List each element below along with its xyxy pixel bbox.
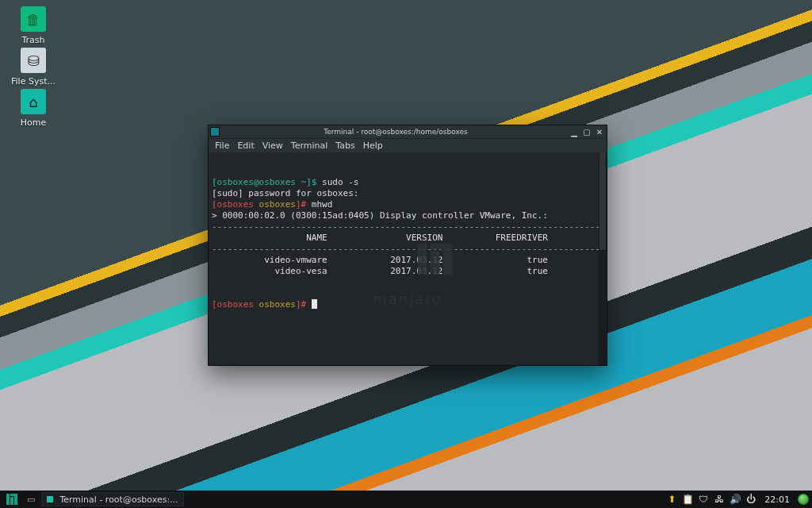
terminal-output[interactable]: manjaro [osboxes@osboxes ~]$ sudo -s [su… xyxy=(209,152,607,365)
system-tray: ⬆ 📋 🛡 🖧 🔊 ⏻ 22:01 xyxy=(666,494,809,505)
network-icon[interactable]: 🖧 xyxy=(714,494,725,505)
output-separator: ----------------------------------------… xyxy=(212,244,607,254)
cell: video-vesa xyxy=(274,266,327,276)
power-icon[interactable]: ⏻ xyxy=(745,494,756,505)
col-version: VERSION xyxy=(406,233,442,243)
cell: 2017.03.12 xyxy=(390,266,442,276)
launcher-button[interactable] xyxy=(3,492,21,506)
show-desktop-button[interactable]: ▭ xyxy=(24,492,38,506)
menu-terminal[interactable]: Terminal xyxy=(291,140,328,151)
prompt-path: ~] xyxy=(296,177,312,187)
menu-file[interactable]: File xyxy=(215,140,229,151)
clipboard-icon[interactable]: 📋 xyxy=(682,494,693,505)
prompt-delim: ]# xyxy=(296,299,312,310)
window-close-button[interactable]: ✕ xyxy=(594,126,605,137)
desktop: 🗑 Trash ⛁ File Syst... ⌂ Home Terminal -… xyxy=(0,0,812,508)
session-button[interactable] xyxy=(798,494,809,505)
col-freedriver: FREEDRIVER xyxy=(496,233,548,243)
cmd-text: sudo -s xyxy=(322,177,358,187)
shield-icon[interactable]: 🛡 xyxy=(698,494,709,505)
cell: video-vmware xyxy=(264,255,327,265)
prompt-user: [osboxes xyxy=(212,299,259,310)
svg-rect-4 xyxy=(6,494,10,505)
terminal-scrollbar[interactable] xyxy=(599,152,607,365)
table-row: video-vmware 2017.03.12 true PCI xyxy=(212,255,607,265)
terminal-cursor xyxy=(312,299,317,309)
window-titlebar[interactable]: Terminal - root@osboxes:/home/osboxes ▁ … xyxy=(209,125,607,138)
window-minimize-button[interactable]: ▁ xyxy=(569,126,580,137)
menu-tabs[interactable]: Tabs xyxy=(335,140,354,151)
taskbar: ▭ Terminal - root@osboxes:... ⬆ 📋 🛡 🖧 🔊 … xyxy=(0,491,812,508)
task-label: Terminal - root@osboxes:... xyxy=(59,495,178,505)
scrollbar-thumb[interactable] xyxy=(599,152,606,250)
svg-rect-5 xyxy=(10,497,13,505)
taskbar-clock[interactable]: 22:01 xyxy=(761,495,793,505)
terminal-window[interactable]: Terminal - root@osboxes:/home/osboxes ▁ … xyxy=(208,125,607,366)
prompt-delim: $ xyxy=(312,177,322,187)
menu-edit[interactable]: Edit xyxy=(237,140,254,151)
trash-icon: 🗑 xyxy=(21,6,46,32)
desktop-icon-trash[interactable]: 🗑 Trash xyxy=(6,6,60,45)
cell: 2017.03.12 xyxy=(390,255,442,265)
cell: true xyxy=(527,255,548,265)
prompt-delim: ]# xyxy=(296,199,312,210)
disk-icon: ⛁ xyxy=(21,48,46,73)
menu-view[interactable]: View xyxy=(262,140,283,151)
prompt-host: osboxes xyxy=(259,299,296,310)
prompt-user: [osboxes@osboxes xyxy=(212,177,296,187)
desktop-icon-label: Trash xyxy=(21,35,44,45)
show-desktop-icon: ▭ xyxy=(27,495,35,505)
manjaro-launcher-icon xyxy=(6,494,17,505)
desktop-icon-label: Home xyxy=(21,117,46,128)
output-line: > 0000:00:02.0 (0300:15ad:0405) Display … xyxy=(212,210,548,221)
window-icon xyxy=(210,127,220,137)
menu-help[interactable]: Help xyxy=(363,140,383,151)
desktop-icon-home[interactable]: ⌂ Home xyxy=(6,89,60,128)
prompt-user: [osboxes xyxy=(212,199,259,210)
table-header-row: NAME VERSION FREEDRIVER TYPE xyxy=(212,233,607,243)
sudo-prompt: [sudo] password for osboxes: xyxy=(212,188,358,198)
home-icon: ⌂ xyxy=(21,89,46,114)
cmd-text: mhwd xyxy=(312,199,333,210)
task-app-icon xyxy=(47,496,53,502)
window-title: Terminal - root@osboxes:/home/osboxes xyxy=(224,128,567,136)
update-icon[interactable]: ⬆ xyxy=(666,494,677,505)
prompt-host: osboxes xyxy=(259,199,296,210)
volume-icon[interactable]: 🔊 xyxy=(730,494,741,505)
cell: true xyxy=(527,266,548,276)
svg-rect-7 xyxy=(10,494,17,496)
table-row: video-vesa 2017.03.12 true PCI xyxy=(212,266,607,276)
window-maximize-button[interactable]: ▢ xyxy=(581,126,592,137)
taskbar-task-terminal[interactable]: Terminal - root@osboxes:... xyxy=(41,492,183,506)
watermark-text: manjaro xyxy=(363,294,453,305)
col-name: NAME xyxy=(306,233,327,243)
output-separator: ----------------------------------------… xyxy=(212,221,607,232)
desktop-icon-label: File Syst... xyxy=(11,76,56,87)
window-menubar: File Edit View Terminal Tabs Help xyxy=(209,138,607,152)
desktop-icon-filesystem[interactable]: ⛁ File Syst... xyxy=(6,48,60,87)
